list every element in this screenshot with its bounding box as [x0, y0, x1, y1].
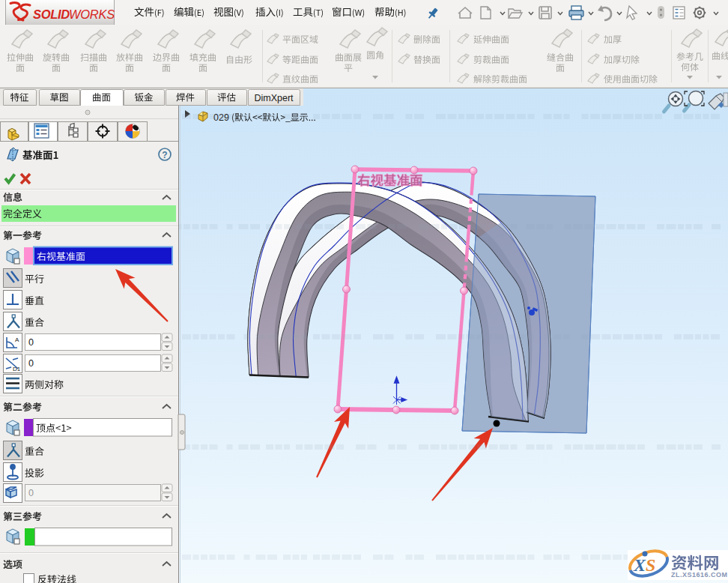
svg-text:X: X [633, 555, 646, 575]
svg-text:ZL.XS1616.COM: ZL.XS1616.COM [671, 571, 728, 579]
svg-text:DimXpert: DimXpert [254, 93, 294, 103]
svg-text:D1: D1 [13, 366, 21, 372]
svg-text:A: A [15, 336, 19, 343]
svg-text:?: ? [162, 150, 167, 160]
svg-text:0: 0 [28, 337, 34, 348]
svg-text:0: 0 [28, 358, 34, 369]
svg-text:WORKS: WORKS [69, 7, 115, 21]
svg-text:S: S [646, 555, 655, 575]
svg-text:0: 0 [28, 488, 34, 498]
svg-text:SOLID: SOLID [33, 7, 70, 21]
